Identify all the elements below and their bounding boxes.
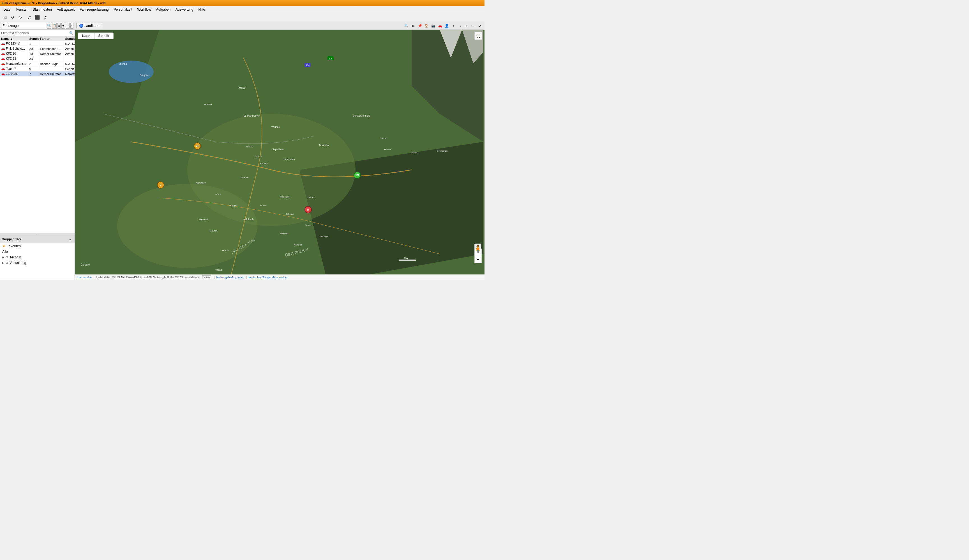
group-filter-items: ★FavoritenAlle▶⚙Technik▶⚙Verwaltung [0,243,75,266]
map-header: Landkarte 🔍 ⧉ 📌 🏠 📷 🚗 👤 ↑ ↓ ⊞ — ✕ [75,22,484,30]
svg-text:Dums: Dums [260,204,266,207]
map-hdr-close[interactable]: ✕ [477,23,483,29]
svg-text:Mellau: Mellau [411,151,418,154]
col-header-name[interactable]: Name [0,37,28,41]
map-hdr-expand[interactable]: ⊞ [464,23,470,29]
map-header-icons: 🔍 ⧉ 📌 🏠 📷 🚗 👤 ↑ ↓ ⊞ — ✕ [403,23,483,29]
group-filter-item[interactable]: ★Favoriten [0,243,75,249]
group-filter-item[interactable]: ▶⚙Technik [0,254,75,260]
map-toggle-satellit[interactable]: Satellit [95,33,113,39]
map-marker[interactable]: 33 [353,171,361,179]
footer-scale-box: 2 km [202,276,211,279]
fahrzeuge-btn-5[interactable]: — [66,23,70,28]
svg-text:Diepoldsau: Diepoldsau [271,148,284,151]
toolbar-btn-4[interactable]: 🖨 [26,14,33,21]
vehicle-driver [39,41,64,46]
fahrzeuge-btn-6[interactable]: ✕ [70,23,73,28]
toolbar-btn-1[interactable]: ◁ [1,14,8,21]
table-row[interactable]: 🚗Montagefahrzeug2Bacher BirgitN/A, N/Aun… [0,61,75,66]
group-filter-label: Gruppenfilter [2,238,21,241]
svg-text:2 km: 2 km [403,257,408,259]
footer-sep-1: | [93,276,94,279]
menu-fahrzeugerfassung[interactable]: Fahrzeugerfassung [77,7,111,12]
table-row[interactable]: 🚗ZE-99ZE7Demer DietmarRankweil, Langgass… [0,71,75,76]
menu-hilfe[interactable]: Hilfe [196,7,207,12]
svg-text:Dornbirn: Dornbirn [319,144,329,146]
fahrzeuge-btn-4[interactable]: ▼ [62,23,65,28]
fahrzeuge-title-input[interactable]: Fahrzeuge [1,23,46,29]
map-view-toggle: Karte Satellit [78,33,113,39]
toolbar-btn-5[interactable]: ⬛ [34,14,41,21]
footer-fehler[interactable]: Fehler bei Google Maps melden [248,276,288,279]
svg-text:Götzis: Götzis [255,155,262,158]
vehicle-symbol: 10 [28,51,39,56]
svg-text:Altach: Altach [246,145,253,148]
table-row[interactable]: 🚗KFZ 1010Demer DietmarAltach, Möslestraß… [0,51,75,56]
svg-text:205: 205 [329,57,333,60]
menu-personalzeit[interactable]: Personalzeit [112,7,135,12]
svg-text:Frastanz: Frastanz [280,233,288,235]
svg-text:Vaduz: Vaduz [215,269,222,271]
table-row[interactable]: 🚗Fink Schulungsra...20Ebersbächer ErichA… [0,46,75,51]
resize-handle[interactable]: ··· [0,233,75,235]
gear-icon: ⚙ [5,261,8,265]
svg-text:Mauren: Mauren [210,229,217,232]
map-marker[interactable]: 9 [305,206,312,213]
fahrzeuge-btn-3[interactable]: ⊞ [57,23,61,28]
map-hdr-home[interactable]: 🏠 [423,23,430,29]
map-panel: Landkarte 🔍 ⧉ 📌 🏠 📷 🚗 👤 ↑ ↓ ⊞ — ✕ [75,22,484,280]
map-hdr-minus[interactable]: — [471,23,477,29]
map-hdr-pin[interactable]: 📌 [417,23,423,29]
menu-auswertung[interactable]: Auswertung [173,7,195,12]
map-marker[interactable]: 20 [194,142,201,150]
map-hdr-person[interactable]: 👤 [444,23,450,29]
vehicle-name: 🚗Fink Schulungsra... [0,46,28,51]
menu-stammdaten[interactable]: Stammdaten [30,7,54,12]
filter-input[interactable] [1,31,69,35]
table-row[interactable]: 🚗Team 79Schnifis, Jagdbergstraße 22015:2… [0,66,75,71]
footer-kurzbefehle[interactable]: Kurzbefehle [77,276,92,279]
menu-workflow[interactable]: Workflow [135,7,153,12]
table-row[interactable]: 🚗KFZ 233315:49 [0,56,75,61]
toolbar-btn-2[interactable]: ↺ [9,14,16,21]
vehicle-name: 🚗Montagefahrzeug [0,61,28,66]
svg-text:Ruthi: Ruthi [215,193,221,196]
terrain-background: Lochau Bregenz Fußach Höchst St. Margret… [75,30,484,274]
map-hdr-search[interactable]: 🔍 [403,23,410,29]
map-hdr-photo[interactable]: 📷 [430,23,436,29]
svg-text:Thüringen: Thüringen [319,235,329,238]
svg-text:Gamprin: Gamprin [221,249,230,252]
zoom-out-button[interactable]: − [475,256,482,263]
map-toggle-karte[interactable]: Karte [78,33,95,39]
fahrzeuge-header: Fahrzeuge 🔍 📋 ⊞ ▼ — ✕ [0,22,75,30]
toolbar-btn-3[interactable]: ▷ [17,14,24,21]
group-label: Favoriten [7,244,21,248]
fahrzeuge-btn-2[interactable]: 📋 [52,23,57,28]
map-tab[interactable]: Landkarte [76,23,102,28]
table-row[interactable]: 🚗FK 1234 A1N/A, N/Aunbekannt [0,41,75,46]
star-icon: ★ [2,244,6,248]
svg-text:Schwarzenberg: Schwarzenberg [353,115,370,117]
group-filter-collapse[interactable]: ▲ [67,236,73,242]
fullscreen-button[interactable]: ⛶ [475,32,482,40]
group-filter-item[interactable]: ▶⚙Verwaltung [0,260,75,266]
menu-fenster[interactable]: Fenster [14,7,30,12]
vehicle-driver [39,56,64,61]
menu-bar: Datei Fenster Stammdaten Auftragszeit Fa… [0,6,484,13]
svg-text:Schlins: Schlins [305,224,312,226]
map-hdr-car[interactable]: 🚗 [437,23,443,29]
map-hdr-layers[interactable]: ⧉ [410,23,416,29]
footer-nutzung[interactable]: Nutzungsbedingungen [216,276,245,279]
menu-aufgaben[interactable]: Aufgaben [154,7,173,12]
pegman-icon[interactable]: 🧍 [475,244,481,254]
svg-text:A14: A14 [306,64,310,66]
map-container[interactable]: Lochau Bregenz Fußach Höchst St. Margret… [75,30,484,274]
map-hdr-arrow-up[interactable]: ↑ [450,23,456,29]
fahrzeuge-btn-1[interactable]: 🔍 [47,23,51,28]
menu-auftragszeit[interactable]: Auftragszeit [55,7,77,12]
menu-datei[interactable]: Datei [1,7,13,12]
map-tab-text: Landkarte [84,24,99,28]
toolbar-btn-6[interactable]: ↺ [42,14,49,21]
group-filter-item[interactable]: Alle [0,249,75,254]
map-hdr-arrow-down[interactable]: ↓ [457,23,463,29]
